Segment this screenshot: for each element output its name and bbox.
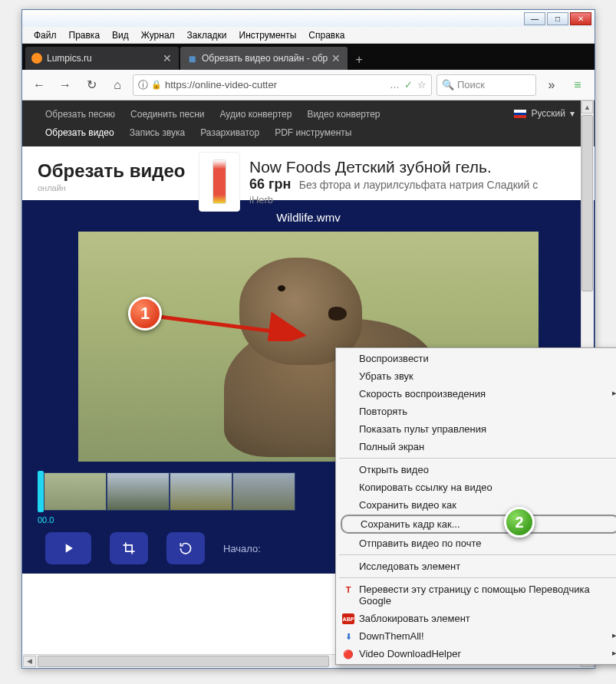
url-actions: … ✓ ☆: [390, 79, 427, 90]
scroll-up-button[interactable]: ▲: [581, 100, 593, 113]
separator: [339, 554, 616, 555]
timeline-thumb[interactable]: [44, 472, 107, 511]
lock-icon: 🔒: [151, 80, 162, 90]
nav-audio-conv[interactable]: Аудио конвертер: [212, 106, 299, 123]
tab-title: Обрезать видео онлайн - обр: [202, 53, 328, 64]
ad-desc: Без фтора и лаурилсульфата натрия Сладки…: [299, 179, 539, 191]
language-selector[interactable]: Русский ▾: [514, 108, 575, 119]
tab-video-cutter[interactable]: ▦ Обрезать видео онлайн - обр ✕: [180, 47, 348, 70]
site-info-icon[interactable]: ⓘ: [138, 78, 148, 92]
ad-block[interactable]: Now Foods Детский зубной гель. 66 грн Бе…: [199, 151, 587, 212]
vdh-icon: 🔴: [342, 648, 354, 660]
ctx-translate[interactable]: TПеревести эту страницу с помощью Перево…: [338, 580, 616, 610]
nav-video-conv[interactable]: Видео конвертер: [299, 106, 387, 123]
nav-cut-video[interactable]: Обрезать видео: [38, 124, 122, 141]
tab-title: Lumpics.ru: [47, 53, 159, 64]
rotate-button[interactable]: [166, 532, 205, 564]
caret-down-icon: ▾: [570, 108, 575, 119]
menu-help[interactable]: Справка: [303, 28, 350, 42]
address-bar[interactable]: ⓘ 🔒 https://online-video-cutter … ✓ ☆: [133, 74, 432, 96]
dta-icon: ⬇: [342, 630, 354, 643]
ctx-fullscreen[interactable]: Полный экран: [338, 438, 616, 455]
ad-price: 66 грн: [249, 176, 291, 192]
nav-join-songs[interactable]: Соединить песни: [123, 106, 212, 123]
window-titlebar: — □ ✕: [22, 10, 595, 27]
url-text: https://online-video-cutter: [165, 79, 387, 90]
ctx-mute[interactable]: Убрать звук: [338, 367, 616, 385]
menu-bar: Файл Правка Вид Журнал Закладки Инструме…: [22, 27, 595, 44]
annotation-step-2: 2: [504, 507, 535, 538]
ctx-show-controls[interactable]: Показать пульт управления: [338, 420, 616, 438]
timeline-thumb[interactable]: [107, 472, 170, 511]
hero-section: Обрезать видео онлайн Now Foods Детский …: [22, 146, 595, 200]
play-icon: [61, 541, 76, 556]
ad-image: [199, 152, 240, 212]
flag-ru-icon: [514, 110, 526, 118]
menu-tools[interactable]: Инструменты: [234, 28, 302, 42]
rotate-icon: [178, 541, 193, 556]
search-placeholder: Поиск: [457, 79, 485, 90]
menu-file[interactable]: Файл: [28, 28, 62, 42]
url-ellipsis-icon[interactable]: …: [390, 79, 400, 90]
nav-record[interactable]: Запись звука: [122, 124, 193, 141]
home-button[interactable]: ⌂: [107, 74, 128, 96]
ctx-open-video[interactable]: Открыть видео: [338, 461, 616, 478]
menu-edit[interactable]: Правка: [64, 28, 106, 42]
start-label: Начало:: [223, 543, 261, 554]
search-bar[interactable]: 🔍 Поиск: [436, 74, 536, 96]
bookmark-star-icon[interactable]: ☆: [417, 79, 427, 90]
ctx-save-frame[interactable]: Сохранить кадр как...: [341, 515, 616, 534]
abp-icon: ABP: [342, 613, 354, 624]
new-tab-button[interactable]: +: [349, 50, 369, 70]
ctx-dta[interactable]: ⬇DownThemAll!: [338, 627, 616, 645]
maximize-button[interactable]: □: [547, 12, 568, 25]
timeline-start-handle[interactable]: [38, 471, 44, 512]
timeline-thumb[interactable]: [232, 472, 295, 511]
forward-button[interactable]: →: [54, 74, 76, 96]
crop-button[interactable]: [110, 532, 148, 564]
ctx-play[interactable]: Воспроизвести: [338, 350, 616, 367]
reload-button[interactable]: ↻: [81, 74, 102, 96]
nav-pdf[interactable]: PDF инструменты: [267, 124, 359, 141]
menu-bookmarks[interactable]: Закладки: [182, 28, 232, 42]
timeline-thumb[interactable]: [170, 472, 232, 511]
ctx-send-video[interactable]: Отправить видео по почте: [338, 534, 616, 552]
play-button[interactable]: [45, 532, 91, 564]
annotation-step-1: 1: [128, 297, 162, 330]
close-button[interactable]: ✕: [570, 12, 591, 25]
tab-close-icon[interactable]: ✕: [162, 53, 173, 64]
ctx-loop[interactable]: Повторять: [338, 403, 616, 420]
scroll-left-button[interactable]: ◀: [23, 656, 36, 667]
ctx-vdh[interactable]: 🔴Video DownloadHelper: [338, 645, 616, 663]
ctx-speed[interactable]: Скорость воспроизведения: [338, 385, 616, 403]
favicon-icon: [31, 53, 42, 64]
ctx-adblock[interactable]: ABPЗаблокировать элемент: [338, 610, 616, 627]
ctx-inspect[interactable]: Исследовать элемент: [338, 557, 616, 575]
ad-text: Now Foods Детский зубной гель. 66 грн Бе…: [249, 158, 538, 206]
ad-title: Now Foods Детский зубной гель.: [249, 158, 538, 176]
ctx-copy-link[interactable]: Копировать ссылку на видео: [338, 478, 616, 496]
scroll-thumb[interactable]: [581, 115, 593, 291]
crop-icon: [121, 541, 137, 556]
favicon-icon: ▦: [186, 53, 197, 64]
ad-seller: iHerb: [249, 194, 538, 206]
minimize-button[interactable]: —: [524, 12, 545, 25]
tab-lumpics[interactable]: Lumpics.ru ✕: [25, 47, 179, 70]
menu-view[interactable]: Вид: [107, 28, 134, 42]
search-icon: 🔍: [442, 79, 454, 90]
context-menu: Воспроизвести Убрать звук Скорость воспр…: [335, 347, 616, 665]
nav-unzip[interactable]: Разархиватор: [193, 124, 267, 141]
scroll-thumb[interactable]: [38, 656, 329, 667]
menu-button[interactable]: ≡: [567, 74, 588, 96]
translate-icon: T: [342, 584, 354, 596]
back-button[interactable]: ←: [28, 74, 50, 96]
menu-history[interactable]: Журнал: [136, 28, 180, 42]
tab-bar: Lumpics.ru ✕ ▦ Обрезать видео онлайн - о…: [22, 44, 595, 70]
separator: [339, 458, 616, 459]
nav-toolbar: ← → ↻ ⌂ ⓘ 🔒 https://online-video-cutter …: [22, 70, 595, 100]
nav-cut-song[interactable]: Обрезать песню: [38, 106, 123, 123]
lang-label: Русский: [531, 108, 565, 119]
overflow-button[interactable]: »: [541, 74, 562, 96]
ctx-save-video[interactable]: Сохранить видео как: [338, 496, 616, 514]
tab-close-icon[interactable]: ✕: [331, 53, 341, 64]
